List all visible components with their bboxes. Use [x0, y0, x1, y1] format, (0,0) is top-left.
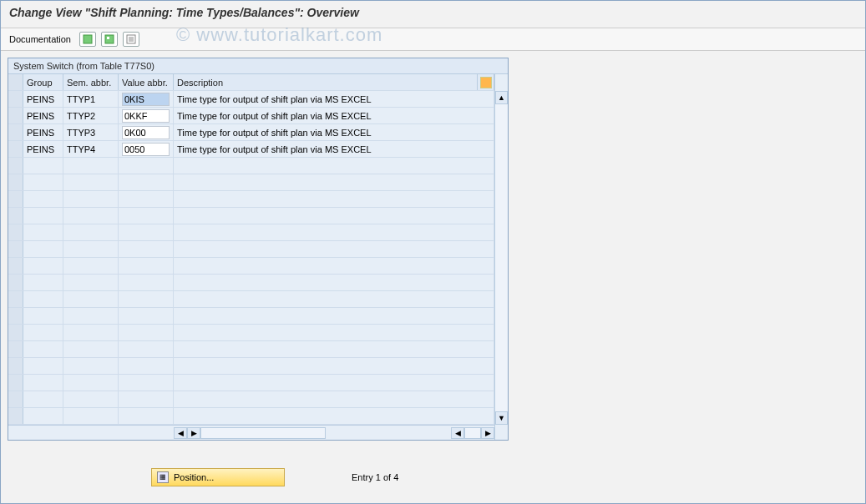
row-selector[interactable]	[8, 224, 23, 240]
row-selector[interactable]	[8, 141, 23, 157]
row-selector[interactable]	[8, 124, 23, 140]
h-scroll-right-2[interactable]: ▶	[481, 427, 494, 439]
cell-val	[119, 174, 174, 190]
cell-group	[23, 224, 63, 240]
cell-desc	[174, 275, 494, 290]
cell-desc	[174, 158, 494, 174]
cell-desc: Time type for output of shift plan via M…	[174, 124, 494, 140]
cell-group	[23, 358, 63, 374]
cell-desc	[174, 408, 494, 424]
value-abbr-input[interactable]	[122, 93, 170, 106]
toolbar-icon-3[interactable]	[123, 32, 139, 47]
cell-sem	[63, 391, 119, 407]
footer-bar: ▦ Position... Entry 1 of 4	[151, 468, 398, 486]
toolbar-icon-2[interactable]	[101, 32, 118, 47]
toolbar: Documentation	[1, 28, 865, 51]
table-row	[8, 408, 494, 425]
row-selector[interactable]	[8, 275, 23, 290]
value-abbr-input[interactable]	[122, 143, 170, 156]
cell-val	[119, 391, 174, 407]
v-scrollbar: ▲ ▼	[494, 74, 508, 440]
table-row	[8, 358, 494, 375]
cell-desc	[174, 174, 494, 190]
cell-val	[119, 375, 174, 391]
documentation-button[interactable]: Documentation	[9, 34, 71, 44]
cell-sem	[63, 174, 119, 190]
cell-desc	[174, 208, 494, 224]
data-grid: Group Sem. abbr. Value abbr. Description…	[8, 74, 494, 440]
cell-sem	[63, 308, 119, 324]
toolbar-icon-1[interactable]	[79, 32, 96, 47]
select-all-rows[interactable]	[8, 74, 23, 90]
table-row	[8, 391, 494, 408]
cell-sem	[63, 291, 119, 307]
cell-group	[23, 241, 63, 257]
cell-group	[23, 308, 63, 324]
v-scroll-down[interactable]: ▼	[495, 411, 508, 425]
col-header-val[interactable]: Value abbr.	[119, 74, 174, 90]
row-selector[interactable]	[8, 258, 23, 274]
row-selector[interactable]	[8, 391, 23, 407]
table-settings-button[interactable]	[478, 74, 494, 90]
cell-group	[23, 391, 63, 407]
cell-val	[119, 158, 174, 174]
table-settings-icon	[480, 77, 492, 88]
value-abbr-input[interactable]	[122, 109, 170, 123]
svg-rect-0	[84, 35, 92, 43]
cell-sem	[63, 208, 119, 224]
cell-desc	[174, 325, 494, 340]
table-row	[8, 375, 494, 391]
row-selector[interactable]	[8, 341, 23, 357]
table-row: PEINSTTYP2Time type for output of shift …	[8, 108, 494, 124]
cell-group	[23, 275, 63, 290]
cell-group	[23, 158, 63, 174]
row-selector[interactable]	[8, 408, 23, 424]
row-selector[interactable]	[8, 291, 23, 307]
cell-sem	[63, 191, 119, 207]
row-selector[interactable]	[8, 108, 23, 123]
row-selector[interactable]	[8, 308, 23, 324]
grid-header-row: Group Sem. abbr. Value abbr. Description	[8, 74, 494, 91]
entry-count-label: Entry 1 of 4	[352, 472, 398, 482]
cell-sem	[63, 158, 119, 174]
cell-val	[119, 108, 174, 123]
cell-sem	[63, 258, 119, 274]
h-scroll-track-2[interactable]	[464, 427, 481, 439]
table-row	[8, 174, 494, 191]
row-selector[interactable]	[8, 358, 23, 374]
row-selector[interactable]	[8, 174, 23, 190]
col-header-group[interactable]: Group	[23, 74, 63, 90]
row-selector[interactable]	[8, 158, 23, 174]
row-selector[interactable]	[8, 325, 23, 340]
h-scrollbar: ◀ ▶ ◀ ▶	[8, 425, 494, 440]
cell-desc: Time type for output of shift plan via M…	[174, 141, 494, 157]
h-scroll-left[interactable]: ◀	[174, 427, 187, 439]
cell-sem	[63, 325, 119, 340]
v-scroll-up[interactable]: ▲	[495, 91, 508, 104]
position-button[interactable]: ▦ Position...	[151, 468, 285, 486]
cell-sem	[63, 241, 119, 257]
col-header-sem[interactable]: Sem. abbr.	[63, 74, 119, 90]
cell-group: PEINS	[23, 124, 63, 140]
cell-group	[23, 375, 63, 391]
cell-val	[119, 191, 174, 207]
row-selector[interactable]	[8, 191, 23, 207]
table-row	[8, 258, 494, 275]
row-selector[interactable]	[8, 375, 23, 391]
v-scroll-track[interactable]	[495, 104, 508, 411]
row-selector[interactable]	[8, 208, 23, 224]
cell-group	[23, 291, 63, 307]
cell-desc: Time type for output of shift plan via M…	[174, 108, 494, 123]
h-scroll-track[interactable]	[200, 427, 326, 439]
cell-sem: TTYP3	[63, 124, 119, 140]
value-abbr-input[interactable]	[122, 126, 170, 139]
cell-sem	[63, 375, 119, 391]
row-selector[interactable]	[8, 241, 23, 257]
h-scroll-left-2[interactable]: ◀	[451, 427, 464, 439]
h-scroll-right[interactable]: ▶	[187, 427, 200, 439]
col-header-desc[interactable]: Description	[174, 74, 478, 90]
cell-val	[119, 275, 174, 290]
cell-val	[119, 224, 174, 240]
cell-group: PEINS	[23, 108, 63, 123]
row-selector[interactable]	[8, 91, 23, 107]
